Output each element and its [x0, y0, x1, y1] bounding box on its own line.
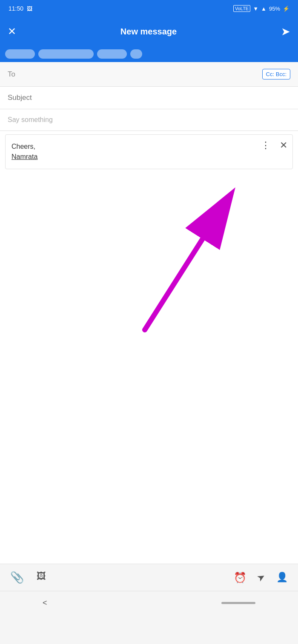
toolbar: ✕ New message ➤	[0, 17, 298, 46]
signature-line1: Cheers,	[11, 142, 287, 152]
home-bar	[221, 602, 255, 604]
back-button[interactable]: <	[43, 599, 47, 607]
volte-icon: VoLTE	[233, 5, 250, 12]
nav-bar: <	[0, 591, 298, 615]
annotation-arrow	[0, 173, 298, 351]
battery-level: 95%	[269, 6, 280, 12]
toolbar-left: ✕	[8, 26, 16, 37]
cc-bcc-button[interactable]: Cc: Bcc:	[262, 69, 290, 79]
status-time: 11:50	[9, 5, 23, 12]
body-placeholder: Say something	[8, 116, 53, 123]
body-field-row[interactable]: Say something	[0, 109, 298, 131]
notification-icon: 🖼	[27, 6, 32, 12]
bottom-toolbar-right: ⏰ ➤ 👤	[234, 572, 288, 584]
signal-icon: ▲	[261, 6, 266, 12]
status-bar: 11:50 🖼 VoLTE ▼ ▲ 95% ⚡	[0, 0, 298, 17]
add-contact-button[interactable]: 👤	[276, 572, 288, 584]
to-label: To	[8, 70, 25, 79]
svg-line-1	[145, 196, 230, 330]
signature-close-button[interactable]: ✕	[280, 140, 287, 151]
status-bar-left: 11:50 🖼	[9, 5, 32, 12]
wifi-icon: ▼	[253, 6, 258, 12]
image-button[interactable]: 🖼	[37, 571, 46, 584]
signature-block: Cheers, Namrata ⋮ ✕	[5, 134, 293, 169]
tab-pill-1	[5, 49, 35, 59]
to-input[interactable]	[25, 71, 262, 78]
signature-more-button[interactable]: ⋮	[261, 141, 271, 150]
to-field-row: To Cc: Bcc:	[0, 62, 298, 87]
toolbar-title: New message	[120, 27, 177, 36]
tab-pill-2	[38, 49, 94, 59]
bottom-toolbar: 📎 🖼 ⏰ ➤ 👤	[0, 564, 298, 591]
bottom-toolbar-left: 📎 🖼	[10, 571, 46, 584]
attach-button[interactable]: 📎	[10, 571, 24, 584]
tab-bar	[0, 46, 298, 62]
signature-line2: Namrata	[11, 152, 287, 162]
compose-area: To Cc: Bcc: Say something Cheers, Namrat…	[0, 62, 298, 615]
toolbar-center: New message	[16, 27, 281, 37]
send-button[interactable]: ➤	[281, 25, 290, 38]
send-later-button[interactable]: ➤	[255, 570, 268, 584]
tab-pill-3	[97, 49, 127, 59]
signature-text: Cheers, Namrata	[11, 142, 287, 162]
subject-input[interactable]	[8, 94, 290, 102]
battery-icon: ⚡	[283, 6, 289, 12]
tab-pill-4	[130, 49, 142, 59]
annotation-arrow-container	[0, 173, 298, 351]
schedule-button[interactable]: ⏰	[234, 572, 246, 584]
subject-field-row[interactable]	[0, 87, 298, 109]
close-button[interactable]: ✕	[8, 26, 16, 37]
status-bar-right: VoLTE ▼ ▲ 95% ⚡	[233, 5, 289, 12]
